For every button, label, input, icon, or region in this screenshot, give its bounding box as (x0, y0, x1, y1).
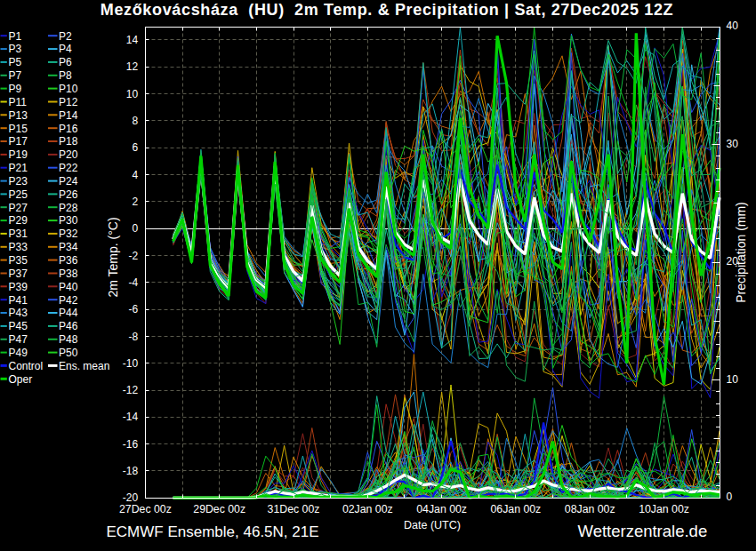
svg-text:-4: -4 (129, 276, 139, 289)
svg-text:P33: P33 (9, 241, 28, 253)
svg-text:-16: -16 (123, 438, 139, 451)
svg-text:P26: P26 (59, 188, 78, 201)
svg-text:10: 10 (126, 88, 139, 100)
svg-text:2m Temp. (°C): 2m Temp. (°C) (106, 217, 120, 297)
svg-text:P47: P47 (9, 333, 28, 346)
svg-text:Ens. mean: Ens. mean (59, 360, 109, 372)
svg-text:P27: P27 (9, 202, 28, 214)
svg-text:P39: P39 (9, 281, 28, 293)
svg-text:P46: P46 (59, 320, 78, 332)
svg-text:Mezőkovácsháza (HU) 2m Temp.: Mezőkovácsháza (HU) 2m Temp. & Precipita… (101, 1, 673, 19)
svg-text:Precipitation (mm): Precipitation (mm) (734, 202, 748, 303)
svg-text:P23: P23 (9, 175, 28, 188)
svg-text:P50: P50 (59, 347, 78, 359)
svg-text:02Jan 00z: 02Jan 00z (342, 503, 393, 515)
svg-text:P12: P12 (59, 96, 78, 108)
svg-text:10: 10 (727, 373, 739, 386)
svg-text:P29: P29 (9, 214, 28, 227)
svg-text:04Jan 00z: 04Jan 00z (416, 503, 467, 515)
svg-text:40: 40 (727, 20, 739, 32)
svg-text:14: 14 (126, 34, 139, 46)
svg-text:P20: P20 (59, 148, 78, 161)
svg-text:-2: -2 (129, 250, 139, 262)
svg-text:P45: P45 (9, 320, 28, 332)
svg-text:P6: P6 (59, 56, 72, 68)
svg-text:P3: P3 (9, 43, 22, 55)
svg-text:8: 8 (133, 115, 139, 127)
svg-text:P28: P28 (59, 202, 78, 214)
svg-text:06Jan 00z: 06Jan 00z (491, 503, 542, 515)
svg-text:P1: P1 (9, 30, 22, 43)
svg-text:P44: P44 (59, 307, 78, 319)
svg-text:P49: P49 (9, 347, 28, 359)
svg-text:08Jan 00z: 08Jan 00z (565, 503, 615, 515)
svg-text:10Jan 00z: 10Jan 00z (639, 503, 689, 515)
svg-text:P48: P48 (59, 333, 78, 346)
svg-text:P4: P4 (59, 43, 72, 55)
svg-text:Oper: Oper (9, 373, 33, 386)
svg-text:P40: P40 (59, 281, 78, 293)
svg-text:ECMWF Ensemble, 46.5N, 21E: ECMWF Ensemble, 46.5N, 21E (107, 523, 319, 540)
svg-text:P11: P11 (9, 96, 28, 108)
svg-text:P32: P32 (59, 228, 78, 240)
svg-text:P13: P13 (9, 109, 28, 122)
svg-text:0: 0 (727, 491, 733, 503)
svg-text:Wetterzentrale.de: Wetterzentrale.de (578, 522, 708, 540)
svg-text:P42: P42 (59, 294, 78, 307)
svg-text:P10: P10 (59, 83, 78, 95)
svg-text:P2: P2 (59, 30, 72, 43)
svg-text:P35: P35 (9, 254, 28, 267)
svg-text:P25: P25 (9, 188, 28, 201)
svg-text:P31: P31 (9, 228, 28, 240)
svg-text:P22: P22 (59, 162, 78, 174)
svg-text:-8: -8 (129, 331, 139, 343)
svg-text:P34: P34 (59, 241, 78, 253)
svg-text:P43: P43 (9, 307, 28, 319)
svg-text:30: 30 (727, 138, 739, 150)
svg-text:31Dec 00z: 31Dec 00z (268, 503, 320, 515)
svg-text:-14: -14 (123, 411, 139, 423)
svg-text:-18: -18 (123, 465, 139, 477)
svg-text:29Dec 00z: 29Dec 00z (193, 503, 245, 515)
svg-text:6: 6 (133, 141, 139, 154)
svg-text:P21: P21 (9, 162, 28, 174)
svg-text:P14: P14 (59, 109, 78, 122)
svg-text:-12: -12 (123, 384, 139, 396)
svg-text:P17: P17 (9, 135, 28, 148)
svg-text:P5: P5 (9, 56, 22, 68)
svg-text:P9: P9 (9, 83, 22, 95)
svg-text:P41: P41 (9, 294, 28, 307)
svg-text:P18: P18 (59, 135, 78, 148)
svg-text:P15: P15 (9, 123, 28, 135)
svg-text:P19: P19 (9, 148, 28, 161)
svg-text:P7: P7 (9, 69, 22, 82)
svg-text:2: 2 (133, 196, 139, 208)
svg-text:P37: P37 (9, 268, 28, 280)
svg-text:P24: P24 (59, 175, 78, 188)
svg-text:Control: Control (9, 360, 44, 372)
svg-text:P30: P30 (59, 214, 78, 227)
svg-text:4: 4 (133, 169, 139, 181)
svg-text:12: 12 (126, 60, 139, 73)
svg-text:P8: P8 (59, 69, 72, 82)
svg-text:0: 0 (133, 222, 139, 235)
svg-text:27Dec 00z: 27Dec 00z (119, 503, 172, 515)
svg-text:P16: P16 (59, 123, 78, 135)
svg-text:P38: P38 (59, 268, 78, 280)
svg-text:P36: P36 (59, 254, 78, 267)
svg-text:Date (UTC): Date (UTC) (404, 519, 461, 531)
svg-text:-6: -6 (129, 303, 139, 315)
svg-text:-10: -10 (123, 357, 139, 370)
